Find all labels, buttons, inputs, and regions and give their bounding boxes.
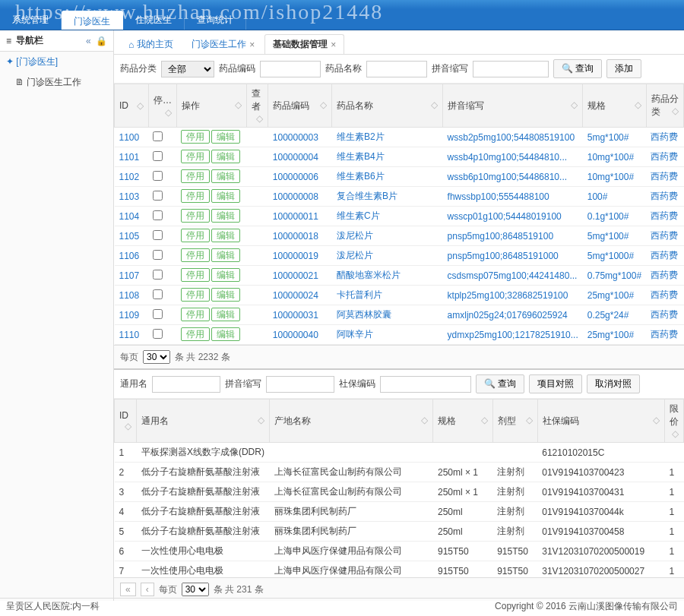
table-row[interactable]: 1平板探测器X线数字成像(DDR)61210102015C <box>115 443 684 463</box>
cancel-proj-button[interactable]: 取消对照 <box>587 374 640 393</box>
row-check[interactable] <box>153 171 163 181</box>
stop-button[interactable]: 停用 <box>181 288 210 302</box>
edit-button[interactable]: 编辑 <box>211 268 240 282</box>
row-check[interactable] <box>153 151 163 161</box>
stop-button[interactable]: 停用 <box>181 209 210 223</box>
stop-button[interactable]: 停用 <box>181 248 210 262</box>
table-row[interactable]: 1104停用编辑100000011维生素C片wsscp01g100;544480… <box>115 207 684 226</box>
proj-button[interactable]: 项目对照 <box>529 374 582 393</box>
sidebar-tree-item[interactable]: 🗎 门诊医生工作 <box>0 72 113 93</box>
col-header[interactable]: ID◇ <box>115 400 137 443</box>
tab-2[interactable]: 基础数据管理 × <box>264 34 344 54</box>
col-header[interactable]: 药品编码◇ <box>268 84 332 128</box>
table-row[interactable]: 1100停用编辑100000003维生素B2片wssb2p5mg100;5448… <box>115 128 684 147</box>
table-row[interactable]: 1105停用编辑100000018泼尼松片pnsp5mg100;86485191… <box>115 226 684 246</box>
ty-input[interactable] <box>152 376 220 393</box>
stop-button[interactable]: 停用 <box>181 150 210 163</box>
close-icon[interactable]: × <box>249 39 255 50</box>
lower-search-button[interactable]: 🔍 查询 <box>476 374 524 393</box>
stop-button[interactable]: 停用 <box>181 268 210 282</box>
table-row[interactable]: 1106停用编辑100000019泼尼松片pnsp5mg100;86485191… <box>115 246 684 266</box>
col-header[interactable]: 限价◇ <box>664 400 683 443</box>
menu-2[interactable]: 住院医生 <box>123 9 185 30</box>
sidebar-role[interactable]: ✦ [门诊医生] <box>0 52 113 72</box>
collapse-icon[interactable]: « <box>86 36 91 46</box>
row-check[interactable] <box>153 191 163 201</box>
edit-button[interactable]: 编辑 <box>211 189 240 203</box>
stop-button[interactable]: 停用 <box>181 229 210 242</box>
edit-button[interactable]: 编辑 <box>211 308 240 321</box>
code-input[interactable] <box>260 61 321 77</box>
lock-icon[interactable]: 🔒 <box>96 36 107 46</box>
col-header[interactable]: ID◇ <box>115 84 149 128</box>
table-row[interactable]: 1108停用编辑100000024卡托普利片ktplp25mg100;32868… <box>115 286 684 305</box>
stop-button[interactable]: 停用 <box>181 169 210 183</box>
page-size-select[interactable]: 30 <box>143 350 170 364</box>
edit-button[interactable]: 编辑 <box>211 229 240 242</box>
row-check[interactable] <box>153 250 163 260</box>
table-row[interactable]: 1110停用编辑100000040阿咪辛片ydmxp25mg100;121782… <box>115 325 684 345</box>
row-check[interactable] <box>153 329 163 339</box>
col-header[interactable]: 药品分类◇ <box>646 84 683 128</box>
pager-first[interactable]: « <box>120 583 136 596</box>
lpy-input[interactable] <box>266 376 334 393</box>
table-row[interactable]: 7一次性使用心电电极上海申风医疗保健用品有限公司915T50915T5031V1… <box>115 561 684 578</box>
col-header[interactable]: 产地名称◇ <box>270 400 433 443</box>
lower-page-size-select[interactable]: 30 <box>182 583 209 596</box>
tab-1[interactable]: 门诊医生工作 × <box>183 34 263 54</box>
menu-1[interactable]: 门诊医生 <box>62 11 123 30</box>
name-input[interactable] <box>366 61 427 77</box>
stop-button[interactable]: 停用 <box>181 308 210 321</box>
edit-button[interactable]: 编辑 <box>211 169 240 183</box>
edit-button[interactable]: 编辑 <box>211 150 240 163</box>
menu-3[interactable]: 查询统计 <box>185 9 246 30</box>
col-header[interactable]: 药品名称◇ <box>332 84 443 128</box>
sb-input[interactable] <box>380 376 471 393</box>
row-check[interactable] <box>153 289 163 299</box>
table-row[interactable]: 1101停用编辑100000004维生素B4片wssb4p10mg100;544… <box>115 147 684 167</box>
col-header[interactable]: 通用名◇ <box>137 400 270 443</box>
edit-button[interactable]: 编辑 <box>211 327 240 341</box>
menu-0[interactable]: 系统管理 <box>0 9 62 30</box>
col-header[interactable]: 拼音缩写◇ <box>443 84 583 128</box>
table-row[interactable]: 1102停用编辑100000006维生素B6片wssb6p10mg100;544… <box>115 167 684 187</box>
col-header[interactable]: 规格◇ <box>583 84 646 128</box>
edit-button[interactable]: 编辑 <box>211 130 240 144</box>
stop-button[interactable]: 停用 <box>181 189 210 203</box>
row-check[interactable] <box>153 270 163 280</box>
edit-button[interactable]: 编辑 <box>211 209 240 223</box>
edit-button[interactable]: 编辑 <box>211 248 240 262</box>
cat-select[interactable]: 全部 <box>161 61 214 77</box>
col-header[interactable]: 规格◇ <box>433 400 492 443</box>
table-row[interactable]: 1107停用编辑100000021醋酸地塞米松片csdsmsp075mg100;… <box>115 266 684 286</box>
table-row[interactable]: 5低分子右旋糖酐氨基酸注射液丽珠集团利民制药厂250ml注射剂01V919410… <box>115 522 684 542</box>
py-input[interactable] <box>473 61 549 77</box>
col-header[interactable]: 社保编码◇ <box>537 400 664 443</box>
close-icon[interactable]: × <box>331 39 336 50</box>
row-check[interactable] <box>153 309 163 319</box>
table-row[interactable]: 6一次性使用心电电极上海申风医疗保健用品有限公司915T50915T5031V1… <box>115 542 684 561</box>
table-row[interactable]: 2低分子右旋糖酐氨基酸注射液上海长征富民金山制药有限公司250ml × 1注射剂… <box>115 463 684 482</box>
col-header[interactable]: 剂型◇ <box>492 400 537 443</box>
col-header[interactable]: 操作◇ <box>176 84 246 128</box>
lower-table-scroll[interactable]: ID◇通用名◇产地名称◇规格◇剂型◇社保编码◇限价◇ 1平板探测器X线数字成像(… <box>114 399 684 577</box>
table-row[interactable]: 4低分子右旋糖酐氨基酸注射液丽珠集团利民制药厂250ml注射剂01V919410… <box>115 502 684 522</box>
search-button[interactable]: 🔍 查询 <box>553 59 602 78</box>
col-header[interactable]: 停…◇ <box>148 84 176 128</box>
table-row[interactable]: 1103停用编辑100000008复合维生素B片fhwssbp100;55544… <box>115 187 684 207</box>
tabs-bar: ⌂我的主页门诊医生工作 ×基础数据管理 × <box>114 30 684 55</box>
tab-0[interactable]: ⌂我的主页 <box>120 34 182 54</box>
row-check[interactable] <box>153 230 163 240</box>
hamburger-icon[interactable]: ≡ <box>6 36 11 46</box>
add-button[interactable]: 添加 <box>606 59 641 78</box>
stop-button[interactable]: 停用 <box>181 130 210 144</box>
col-header[interactable]: 查者◇ <box>246 84 268 128</box>
upper-table-scroll[interactable]: ID◇停…◇操作◇查者◇药品编码◇药品名称◇拼音缩写◇规格◇药品分类◇ 1100… <box>114 84 684 345</box>
table-row[interactable]: 1109停用编辑100000031阿莫西林胶囊amxljn025g24;0176… <box>115 305 684 325</box>
row-check[interactable] <box>153 131 163 141</box>
edit-button[interactable]: 编辑 <box>211 288 240 302</box>
pager-prev[interactable]: ‹ <box>141 583 154 596</box>
table-row[interactable]: 3低分子右旋糖酐氨基酸注射液上海长征富民金山制药有限公司250ml × 1注射剂… <box>115 482 684 502</box>
stop-button[interactable]: 停用 <box>181 327 210 341</box>
row-check[interactable] <box>153 210 163 220</box>
